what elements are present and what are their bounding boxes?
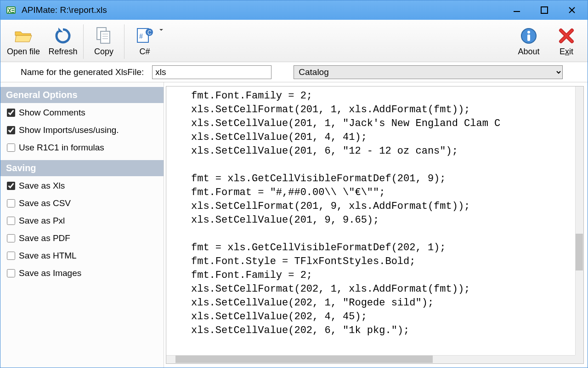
lbl-save-pdf: Save as PDF bbox=[19, 233, 70, 243]
copy-label: Copy bbox=[94, 47, 113, 57]
refresh-button[interactable]: Refresh bbox=[45, 22, 80, 62]
copy-icon bbox=[95, 26, 113, 46]
lbl-save-html: Save as HTML bbox=[19, 251, 77, 261]
code-viewer: fmt.Font.Family = 2; xls.SetCellFormat(2… bbox=[166, 86, 584, 364]
app-icon bbox=[5, 4, 17, 16]
xlsfile-name-label: Name for the generated XlsFile: bbox=[7, 67, 144, 77]
lbl-save-pxl: Save as Pxl bbox=[19, 216, 65, 226]
about-button[interactable]: About bbox=[511, 22, 546, 62]
folder-open-icon bbox=[14, 26, 33, 46]
opt-save-pxl[interactable]: Save as Pxl bbox=[0, 211, 164, 229]
exit-button[interactable]: Exit bbox=[549, 22, 584, 62]
svg-rect-20 bbox=[527, 34, 530, 41]
vertical-scroll-thumb[interactable] bbox=[576, 234, 583, 270]
code-text[interactable]: fmt.Font.Family = 2; xls.SetCellFormat(2… bbox=[166, 86, 583, 363]
section-saving: Saving bbox=[0, 160, 164, 176]
lbl-show-comments: Show Comments bbox=[19, 108, 85, 118]
window-title: APIMate: R:\report.xls bbox=[22, 5, 107, 15]
chk-show-imports[interactable] bbox=[7, 126, 15, 134]
svg-rect-2 bbox=[11, 8, 14, 9]
opt-show-comments[interactable]: Show Comments bbox=[0, 103, 164, 121]
close-x-icon bbox=[558, 26, 575, 46]
scroll-corner bbox=[575, 355, 583, 363]
lbl-save-xls: Save as Xls bbox=[19, 181, 65, 191]
exit-label: Exit bbox=[560, 47, 573, 57]
opt-save-csv[interactable]: Save as CSV bbox=[0, 194, 164, 211]
chk-show-comments[interactable] bbox=[7, 109, 15, 117]
opt-show-imports[interactable]: Show Imports/uses/using. bbox=[0, 121, 164, 138]
toolbar: Open file Refresh bbox=[0, 20, 588, 62]
vertical-scrollbar[interactable] bbox=[575, 86, 583, 355]
info-icon bbox=[520, 26, 537, 46]
lbl-use-r1c1: Use R1C1 in formulas bbox=[19, 143, 104, 153]
opt-save-html[interactable]: Save as HTML bbox=[0, 246, 164, 264]
options-sidebar: General Options Show Comments Show Impor… bbox=[0, 82, 164, 368]
chk-save-html[interactable] bbox=[7, 252, 15, 260]
svg-rect-3 bbox=[11, 10, 14, 11]
chk-use-r1c1[interactable] bbox=[7, 144, 15, 152]
opt-save-xls[interactable]: Save as Xls bbox=[0, 176, 164, 194]
refresh-icon bbox=[54, 26, 72, 46]
opt-use-r1c1[interactable]: Use R1C1 in formulas bbox=[0, 138, 164, 155]
chk-save-csv[interactable] bbox=[7, 199, 15, 207]
horizontal-scroll-thumb[interactable] bbox=[175, 356, 433, 363]
main-area: General Options Show Comments Show Impor… bbox=[0, 82, 588, 368]
minimize-button[interactable] bbox=[503, 2, 531, 18]
open-file-label: Open file bbox=[7, 47, 40, 57]
svg-rect-10 bbox=[101, 31, 110, 43]
chk-save-pxl[interactable] bbox=[7, 217, 15, 225]
lbl-save-images: Save as Images bbox=[19, 268, 81, 278]
lbl-save-csv: Save as CSV bbox=[19, 198, 71, 208]
svg-rect-4 bbox=[11, 12, 14, 13]
titlebar: APIMate: R:\report.xls bbox=[0, 0, 588, 20]
svg-rect-6 bbox=[541, 7, 548, 13]
lbl-show-imports: Show Imports/uses/using. bbox=[19, 125, 119, 135]
refresh-label: Refresh bbox=[49, 47, 78, 57]
sheet-dropdown[interactable]: Catalog bbox=[294, 65, 563, 79]
chk-save-xls[interactable] bbox=[7, 182, 15, 190]
svg-text:#: # bbox=[139, 32, 143, 40]
opt-save-images[interactable]: Save as Images bbox=[0, 264, 164, 281]
copy-button[interactable]: Copy bbox=[86, 22, 121, 62]
opt-save-pdf[interactable]: Save as PDF bbox=[0, 229, 164, 246]
close-button[interactable] bbox=[558, 2, 586, 18]
open-file-button[interactable]: Open file bbox=[4, 22, 43, 62]
chk-save-pdf[interactable] bbox=[7, 234, 15, 242]
sub-toolbar: Name for the generated XlsFile: Catalog bbox=[0, 62, 588, 82]
csharp-icon: # C bbox=[136, 26, 154, 46]
language-label: C# bbox=[140, 47, 150, 57]
xlsfile-name-input[interactable] bbox=[152, 65, 271, 79]
maximize-button[interactable] bbox=[531, 2, 558, 18]
svg-text:C: C bbox=[147, 29, 152, 36]
svg-point-19 bbox=[527, 31, 530, 34]
section-general-options: General Options bbox=[0, 87, 164, 103]
language-button[interactable]: # C C# bbox=[127, 22, 162, 62]
chk-save-images[interactable] bbox=[7, 269, 15, 277]
about-label: About bbox=[518, 47, 539, 57]
